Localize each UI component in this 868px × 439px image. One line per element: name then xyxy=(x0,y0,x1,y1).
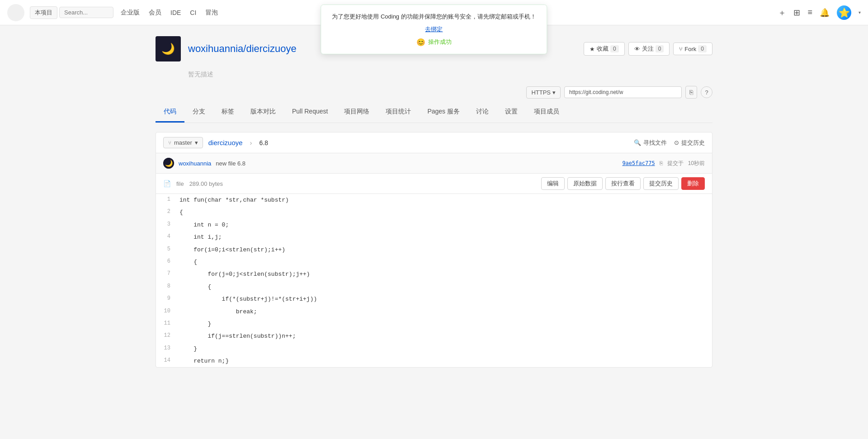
commit-history-label: 提交历史 xyxy=(681,139,705,147)
edit-button[interactable]: 编辑 xyxy=(541,177,565,190)
file-action-buttons: 编辑 原始数据 按行查看 提交历史 删除 xyxy=(541,177,705,190)
code-block: 1int fun(char *str,char *substr)2{3 int … xyxy=(156,194,712,367)
dashboard-button[interactable]: ⊞ xyxy=(793,8,800,18)
user-dropdown-arrow[interactable]: ▾ xyxy=(859,10,861,15)
tab-project-stats[interactable]: 项目统计 xyxy=(377,102,419,123)
line-number: 1 xyxy=(156,194,176,206)
search-input[interactable] xyxy=(59,7,113,18)
table-row: 7 for(j=0;j<strlen(substr);j++) xyxy=(156,268,712,280)
navbar: 🐒 本项目 企业版 会员 IDE CI 冒泡 ＋ ⊞ ≡ 🔔 ⭐ ▾ 为了您 xyxy=(0,0,868,25)
repo-tabs: 代码 分支 标签 版本对比 Pull Request 项目网络 项目统计 Pag… xyxy=(156,102,712,123)
file-type-label: file xyxy=(176,180,184,187)
commit-hash[interactable]: 9ae5fac775 xyxy=(622,160,655,166)
nav-member[interactable]: 会员 xyxy=(149,9,161,17)
table-row: 4 int i,j; xyxy=(156,231,712,243)
blame-button[interactable]: 按行查看 xyxy=(605,177,641,190)
tab-code[interactable]: 代码 xyxy=(156,102,184,123)
clone-protocol-button[interactable]: HTTPS ▾ xyxy=(526,86,561,99)
file-size: 289.00 bytes xyxy=(189,180,223,187)
line-code: { xyxy=(176,206,712,218)
notification-popup: 为了您更好地使用 Coding 的功能并保障您的账号安全，请先绑定邮箱或手机！ … xyxy=(321,5,547,54)
table-row: 12 if(j==strlen(substr))n++; xyxy=(156,330,712,342)
file-path-link[interactable]: diercizuoye xyxy=(208,139,243,146)
navbar-right: ＋ ⊞ ≡ 🔔 ⭐ ▾ xyxy=(778,5,861,20)
branch-name: master xyxy=(174,139,192,146)
success-text: 操作成功 xyxy=(428,38,452,46)
tab-version-compare[interactable]: 版本对比 xyxy=(242,102,284,123)
line-number: 2 xyxy=(156,206,176,218)
tab-project-network[interactable]: 项目网络 xyxy=(336,102,377,123)
help-icon: ? xyxy=(705,89,708,96)
svg-text:🌙: 🌙 xyxy=(165,160,173,167)
tab-tags[interactable]: 标签 xyxy=(213,102,242,123)
user-avatar-button[interactable]: ⭐ xyxy=(837,5,851,20)
line-code: int n = 0; xyxy=(176,219,712,231)
clone-url-input[interactable] xyxy=(564,86,682,98)
line-code: for(i=0;i<strlen(str);i++) xyxy=(176,244,712,256)
delete-button[interactable]: 删除 xyxy=(681,177,705,190)
committer-name[interactable]: woxihuannia xyxy=(179,160,211,167)
tab-branches[interactable]: 分支 xyxy=(184,102,213,123)
committer-avatar: 🌙 xyxy=(163,158,174,169)
logo[interactable]: 🐒 xyxy=(7,4,24,21)
watch-button[interactable]: 👁 关注 0 xyxy=(628,42,670,56)
fork-count: 0 xyxy=(698,45,707,52)
project-button[interactable]: 本项目 xyxy=(30,6,57,19)
table-row: 2{ xyxy=(156,206,712,218)
raw-button[interactable]: 原始数据 xyxy=(567,177,603,190)
fork-button[interactable]: ⑂ Fork 0 xyxy=(673,42,712,55)
commit-row: 🌙 woxihuannia new file 6.8 9ae5fac775 ⎘ … xyxy=(156,153,712,174)
clock-icon: ⊙ xyxy=(674,139,679,146)
commit-history-button[interactable]: ⊙ 提交历史 xyxy=(674,139,705,147)
main-container: 🌙 woxihuannia/diercizuoye ★ 收藏 0 👁 关注 0 … xyxy=(145,25,723,368)
line-number: 12 xyxy=(156,330,176,342)
find-file-button[interactable]: 🔍 寻找文件 xyxy=(634,139,667,147)
repo-full-name[interactable]: woxihuannia/diercizuoye xyxy=(188,43,297,55)
tab-members[interactable]: 项目成员 xyxy=(526,102,567,123)
repo-avatar: 🌙 xyxy=(156,36,181,61)
bind-link[interactable]: 去绑定 xyxy=(332,25,536,33)
nav-bubble[interactable]: 冒泡 xyxy=(205,9,218,17)
line-number: 5 xyxy=(156,244,176,255)
watch-count: 0 xyxy=(656,45,664,52)
line-number: 6 xyxy=(156,256,176,268)
clone-copy-button[interactable]: ⎘ xyxy=(685,86,697,99)
avatar-star-icon: ⭐ xyxy=(839,7,850,18)
table-row: 9 if(*(substr+j)!=*(str+i+j)) xyxy=(156,293,712,305)
notification-button[interactable]: 🔔 xyxy=(820,8,830,18)
star-button[interactable]: ★ 收藏 0 xyxy=(584,42,625,56)
history-button[interactable]: 提交历史 xyxy=(643,177,679,190)
fork-label: Fork xyxy=(684,46,696,52)
tab-settings[interactable]: 设置 xyxy=(497,102,526,123)
line-number: 13 xyxy=(156,343,176,354)
nav-ci[interactable]: CI xyxy=(190,9,196,16)
line-number: 3 xyxy=(156,219,176,231)
project-label: 本项目 xyxy=(35,9,52,17)
star-icon: ★ xyxy=(590,46,595,52)
line-code: int i,j; xyxy=(176,231,712,243)
tab-discussion[interactable]: 讨论 xyxy=(468,102,497,123)
table-row: 5 for(i=0;i<strlen(str);i++) xyxy=(156,244,712,256)
fork-icon: ⑂ xyxy=(679,46,683,52)
nav-enterprise[interactable]: 企业版 xyxy=(121,9,140,17)
tab-pages-service[interactable]: Pages 服务 xyxy=(419,102,468,123)
nav-ide[interactable]: IDE xyxy=(170,9,181,16)
tab-pull-request[interactable]: Pull Request xyxy=(284,102,336,123)
copy-hash-icon[interactable]: ⎘ xyxy=(660,160,663,166)
line-number: 4 xyxy=(156,231,176,243)
table-row: 14 return n;} xyxy=(156,355,712,367)
branch-selector[interactable]: ⑂ master ▾ xyxy=(163,137,203,148)
add-button[interactable]: ＋ xyxy=(778,7,786,18)
commit-count: 6.8 xyxy=(259,139,268,146)
success-message: 😊 操作成功 xyxy=(332,38,536,47)
code-area: ⑂ master ▾ diercizuoye › 6.8 🔍 寻找文件 ⊙ 提交… xyxy=(156,132,712,368)
commit-message: new file 6.8 xyxy=(216,160,245,167)
clone-help-button[interactable]: ? xyxy=(701,86,712,98)
commit-time: 10秒前 xyxy=(688,160,705,167)
line-code: { xyxy=(176,256,712,268)
svg-point-0 xyxy=(7,4,24,21)
line-code: break; xyxy=(176,306,712,318)
menu-button[interactable]: ≡ xyxy=(807,8,812,17)
line-code: for(j=0;j<strlen(substr);j++) xyxy=(176,268,712,280)
watch-label: 关注 xyxy=(642,45,654,53)
